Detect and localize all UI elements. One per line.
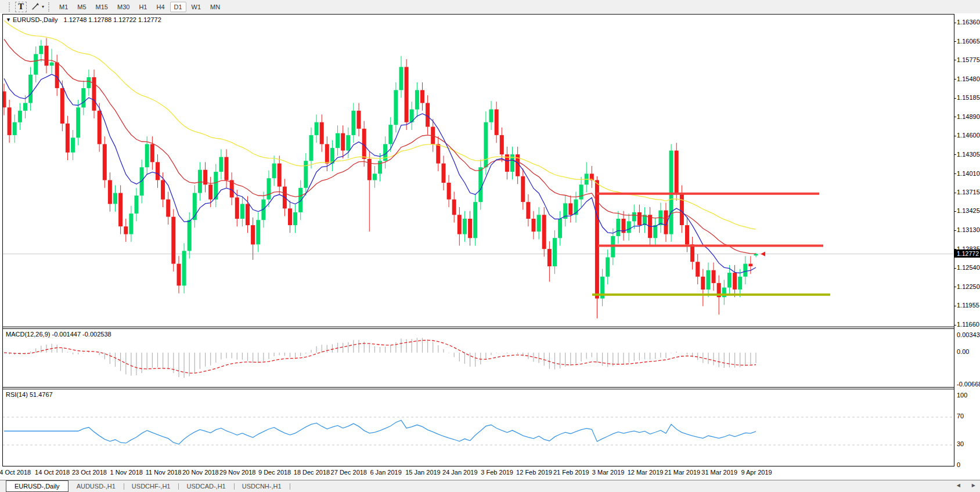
- symbol-marker-icon: ▼: [6, 17, 11, 23]
- time-axis-tick: 29 Nov 2018: [219, 469, 255, 476]
- price-axis-tick: 1.15480: [957, 75, 980, 82]
- price-axis-tick-mark: [954, 230, 956, 231]
- price-axis-tick: 1.15775: [957, 56, 980, 63]
- rsi-axis-tick: 0: [957, 461, 960, 468]
- rsi-axis-tick: 30: [957, 440, 964, 447]
- time-axis-tick: 15 Jan 2019: [405, 469, 441, 476]
- price-axis-tick-mark: [954, 136, 956, 136]
- time-axis-tick: 3 Mar 2019: [592, 469, 625, 476]
- price-axis-tick-mark: [954, 60, 956, 60]
- price-axis-tick-mark: [954, 79, 956, 79]
- macd-axis-tick: 0.00: [957, 348, 969, 355]
- diagonal-arrows-icon: [31, 2, 40, 11]
- chart-tab-usdcnh-h1[interactable]: USDCNH-,H1: [234, 481, 290, 491]
- timeframe-button-M15[interactable]: M15: [92, 2, 112, 12]
- tab-scroll-controls: ◀ ▶: [957, 483, 975, 488]
- time-axis-tick: 12 Mar 2019: [628, 469, 664, 476]
- timeframe-button-H4[interactable]: H4: [152, 2, 168, 12]
- rsi-label: RSI(14) 51.4767: [6, 391, 53, 398]
- macd-indicator-panel[interactable]: MACD(12,26,9) -0.001447 -0.002538: [2, 328, 954, 388]
- price-axis-tick-mark: [954, 117, 956, 117]
- current-price-badge: 1.12772: [954, 249, 980, 258]
- macd-canvas[interactable]: [2, 329, 953, 387]
- price-axis-tick: 1.15185: [957, 94, 980, 101]
- time-axis-tick: 9 Dec 2018: [258, 469, 291, 476]
- rsi-canvas[interactable]: [2, 389, 953, 466]
- time-axis-tick: 31 Mar 2019: [701, 469, 737, 476]
- rsi-axis-tick: 100: [957, 392, 967, 399]
- price-axis-tick-mark: [954, 41, 956, 42]
- rsi-axis-tick: 70: [957, 413, 964, 419]
- price-axis-tick-mark: [954, 211, 956, 212]
- price-axis-tick: 1.11955: [957, 302, 979, 309]
- time-axis-tick: 21 Feb 2019: [553, 469, 589, 476]
- chart-ohlc-values: 1.12748 1.12788 1.12722 1.12772: [64, 16, 161, 23]
- price-axis-tick-mark: [954, 268, 956, 269]
- timeframe-button-D1[interactable]: D1: [170, 2, 186, 12]
- time-axis-tick: 21 Mar 2019: [664, 469, 700, 476]
- rsi-indicator-panel[interactable]: RSI(14) 51.4767: [2, 389, 954, 466]
- price-axis-tick: 1.14890: [957, 113, 980, 120]
- price-axis-tick-mark: [954, 287, 956, 287]
- toolbar-grip: [9, 2, 11, 12]
- price-axis-tick-mark: [954, 173, 956, 174]
- price-axis-tick: 1.13715: [957, 189, 980, 196]
- chart-tab-usdcad-h1[interactable]: USDCAD-,H1: [178, 481, 233, 491]
- time-axis-tick: 3 Feb 2019: [481, 469, 513, 476]
- main-chart-panel[interactable]: ▼ EURUSD-,Daily 1.12748 1.12788 1.12722 …: [2, 14, 954, 327]
- toolbar-grip: [48, 2, 51, 12]
- time-axis-tick: 23 Oct 2018: [72, 469, 107, 476]
- price-axis-tick: 1.11660: [957, 321, 979, 328]
- price-axis-tick: 1.14010: [957, 170, 980, 177]
- text-label-tool-button[interactable]: T: [15, 2, 27, 12]
- time-axis-tick: 12 Feb 2019: [516, 469, 552, 476]
- chart-tab-audusd-h1[interactable]: AUDUSD-,H1: [69, 481, 124, 491]
- time-axis-tick: 6 Jan 2019: [370, 469, 401, 476]
- price-axis-tick: 1.12250: [957, 283, 980, 290]
- macd-axis-tick: -0.006686: [957, 381, 980, 388]
- timeframe-button-M1[interactable]: M1: [55, 2, 72, 12]
- time-axis-tick: 9 Apr 2019: [741, 469, 772, 476]
- price-axis-tick-mark: [954, 193, 956, 193]
- timeframe-button-group: M1M5M15M30H1H4D1W1MN: [55, 1, 225, 12]
- price-axis-tick: 1.12540: [957, 264, 980, 271]
- price-axis-tick-mark: [954, 325, 956, 325]
- time-axis-tick: 18 Dec 2018: [294, 469, 330, 476]
- price-axis-tick: 1.16360: [957, 19, 980, 26]
- time-axis-tick: 27 Dec 2018: [331, 469, 367, 476]
- time-axis-tick: 24 Jan 2019: [442, 469, 478, 476]
- price-axis-tick-mark: [954, 306, 956, 306]
- tab-scroll-left-icon[interactable]: ◀: [957, 483, 960, 488]
- time-axis-tick: 4 Oct 2018: [0, 469, 31, 476]
- time-axis-tick: 20 Nov 2018: [182, 469, 218, 476]
- chart-symbol-title: EURUSD-,Daily: [13, 16, 58, 23]
- price-axis-tick: 1.13425: [957, 207, 980, 214]
- chart-tab-bar: EURUSD-,DailyAUDUSD-,H1USDCHF-,H1USDCAD-…: [0, 480, 980, 492]
- chart-title-overlay: ▼ EURUSD-,Daily 1.12748 1.12788 1.12722 …: [6, 16, 161, 23]
- arrows-dropdown-caret-icon[interactable]: ▾: [42, 4, 44, 9]
- price-axis-tick-mark: [954, 23, 956, 23]
- price-axis-tick: 1.14305: [957, 151, 980, 158]
- top-toolbar: T ▾ M1M5M15M30H1H4D1W1MN: [0, 0, 980, 13]
- chart-tab-eurusd-daily[interactable]: EURUSD-,Daily: [6, 480, 69, 492]
- price-axis-tick-mark: [954, 154, 956, 155]
- price-axis-tick: 1.16065: [957, 38, 980, 45]
- timeframe-button-H1[interactable]: H1: [135, 2, 151, 12]
- tab-scroll-right-icon[interactable]: ▶: [972, 483, 975, 488]
- time-axis-tick: 11 Nov 2018: [146, 469, 182, 476]
- timeframe-button-M5[interactable]: M5: [73, 2, 90, 12]
- time-axis-tick: 14 Oct 2018: [35, 469, 70, 476]
- time-axis-tick: 1 Nov 2018: [110, 469, 143, 476]
- arrows-tool-button[interactable]: [30, 2, 41, 12]
- chart-tab-usdchf-h1[interactable]: USDCHF-,H1: [124, 481, 179, 491]
- timeframe-button-M30[interactable]: M30: [113, 2, 134, 12]
- price-axis-tick-mark: [954, 98, 956, 99]
- main-chart-canvas[interactable]: [2, 15, 953, 327]
- price-axis-tick: 1.14600: [957, 132, 980, 139]
- macd-label: MACD(12,26,9) -0.001447 -0.002538: [6, 331, 111, 338]
- timeframe-button-W1[interactable]: W1: [188, 2, 206, 12]
- timeframe-button-MN[interactable]: MN: [206, 2, 224, 12]
- price-axis-tick: 1.13130: [957, 226, 980, 233]
- macd-axis-tick: 0.003431: [957, 331, 980, 338]
